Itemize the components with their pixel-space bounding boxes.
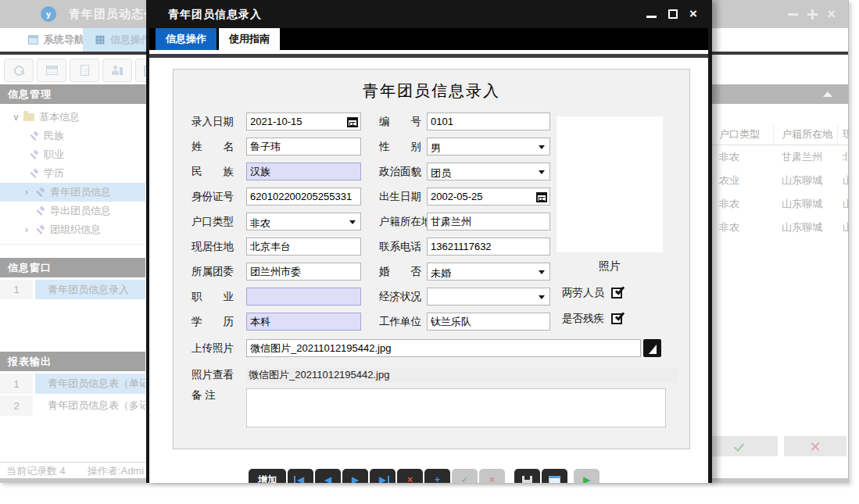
report-item-single[interactable]: 1 青年团员信息表（单记 (0, 374, 145, 394)
prev-record-button[interactable]: ◀ (315, 469, 341, 483)
add-button[interactable]: 增加 (249, 469, 286, 483)
marital-status-select[interactable]: 未婚 (427, 263, 550, 281)
close-icon[interactable]: × (827, 8, 836, 20)
chevron-down-icon (539, 145, 545, 149)
occupation-field[interactable] (246, 288, 361, 306)
league-committee-field[interactable] (246, 263, 361, 281)
x-icon (811, 441, 820, 451)
entry-date-field[interactable] (246, 113, 361, 130)
photo-preview (557, 116, 663, 252)
gender-select[interactable]: 男 (427, 138, 550, 155)
upload-row: 上传照片 (174, 338, 689, 362)
document-button[interactable] (70, 59, 99, 82)
maximize-icon[interactable] (668, 9, 678, 19)
tree-item-basic-info[interactable]: ∨ 基本信息 (0, 108, 145, 127)
last-icon: ▶ (379, 474, 386, 483)
caret-right-icon[interactable]: › (25, 187, 36, 198)
chevron-down-icon (539, 170, 545, 174)
id-number-input[interactable] (247, 188, 360, 205)
tree-item-occupation[interactable]: 职业 (0, 145, 145, 164)
household-type-select[interactable]: 非农 (246, 213, 361, 231)
occupation-input[interactable] (247, 288, 360, 305)
disability-checkbox[interactable] (611, 313, 622, 324)
item-number: 1 (0, 374, 33, 394)
cancel-button[interactable] (784, 436, 846, 456)
education-input[interactable] (247, 313, 360, 330)
calendar-icon[interactable] (345, 115, 360, 129)
caret-down-icon[interactable]: ∨ (13, 112, 23, 123)
minimize-icon[interactable] (646, 16, 657, 18)
name-field[interactable] (246, 138, 361, 155)
report-item-multi[interactable]: 2 青年团员信息表（多记 (0, 395, 145, 416)
household-location-input[interactable] (428, 213, 549, 230)
political-status-select[interactable]: 团员 (427, 163, 550, 181)
league-committee-input[interactable] (247, 263, 360, 280)
column-header-household-location[interactable]: 户籍所在地 (774, 124, 838, 145)
delete-button[interactable]: × (397, 469, 423, 483)
name-input[interactable] (247, 138, 360, 155)
two-labor-label: 两劳人员 (562, 286, 604, 300)
birth-date-field[interactable] (427, 188, 550, 206)
work-unit-input[interactable] (428, 313, 549, 330)
birth-date-input[interactable] (428, 188, 534, 205)
column-header-residence[interactable]: 现 (838, 124, 849, 145)
table-row[interactable]: 非农 甘肃兰州 北 (700, 145, 849, 169)
table-row[interactable]: 非农 山东聊城 山 (700, 192, 849, 216)
ethnicity-label: 民 族 (191, 165, 234, 179)
member-stats-button[interactable] (102, 59, 132, 82)
run-button[interactable]: ▶ (574, 469, 600, 483)
tree-item-export-member-info[interactable]: 导出团员信息 (0, 202, 145, 220)
tree-item-league-org-info[interactable]: › 团组织信息 (0, 220, 145, 239)
cancel-button[interactable]: × (479, 469, 505, 483)
close-icon[interactable]: × (689, 9, 697, 19)
last-record-button[interactable]: ▶ (370, 469, 395, 483)
calendar-icon[interactable] (534, 190, 549, 204)
restore-icon[interactable] (807, 9, 818, 20)
entry-date-input[interactable] (247, 113, 345, 130)
tree-item-youth-member-info[interactable]: › 青年团员信息 (0, 183, 145, 202)
residence-field[interactable] (246, 238, 361, 256)
next-record-button[interactable]: ▶ (342, 469, 368, 483)
confirm-button[interactable]: ✓ (452, 469, 478, 483)
table-view-button[interactable] (37, 59, 66, 82)
edit-button[interactable]: + (424, 469, 450, 483)
table-row[interactable]: 非农 山东聊城 山 (700, 216, 849, 239)
two-labor-checkbox[interactable] (611, 288, 622, 298)
work-unit-label: 工作单位 (379, 315, 421, 329)
photo-view-value[interactable]: 微信图片_20211012195442.jpg (246, 367, 678, 383)
phone-field[interactable] (427, 238, 550, 256)
tree-item-ethnicity[interactable]: 民族 (0, 127, 145, 145)
tab-information-operation[interactable]: 信息操作 (156, 28, 217, 50)
browse-button[interactable] (643, 339, 661, 357)
save-button[interactable] (514, 469, 540, 483)
ethnicity-input[interactable] (247, 163, 360, 180)
upload-photo-input[interactable] (247, 340, 640, 356)
residence-label: 现居住地 (191, 240, 234, 254)
economic-status-select[interactable] (427, 288, 550, 306)
caret-right-icon[interactable]: › (25, 224, 36, 235)
serial-number-field[interactable] (427, 113, 550, 130)
first-record-button[interactable]: ◀ (288, 469, 313, 483)
form-view-button[interactable] (542, 469, 567, 483)
political-status-label: 政治面貌 (379, 165, 421, 179)
upload-photo-field[interactable] (246, 339, 641, 357)
serial-number-input[interactable] (428, 113, 549, 130)
id-number-field[interactable] (246, 188, 361, 206)
tree-item-education[interactable]: 学历 (0, 164, 145, 183)
collapse-up-icon[interactable] (823, 91, 832, 97)
info-window-item[interactable]: 1 青年团员信息录入 (0, 280, 145, 299)
household-location-field[interactable] (427, 213, 550, 231)
search-icon (13, 65, 25, 77)
ethnicity-field[interactable] (246, 163, 361, 181)
cell: 山东聊城 (774, 216, 838, 239)
minimize-icon[interactable] (788, 13, 798, 16)
table-row[interactable]: 农业 山东聊城 山 (700, 169, 849, 192)
residence-input[interactable] (247, 238, 360, 255)
education-field[interactable] (246, 313, 361, 331)
section-header-report-output: 报表输出 (0, 352, 145, 371)
preview-button[interactable] (4, 59, 34, 82)
phone-input[interactable] (428, 238, 549, 255)
work-unit-field[interactable] (427, 313, 550, 331)
tab-user-guide[interactable]: 使用指南 (219, 28, 280, 50)
remark-textarea[interactable] (246, 388, 666, 427)
